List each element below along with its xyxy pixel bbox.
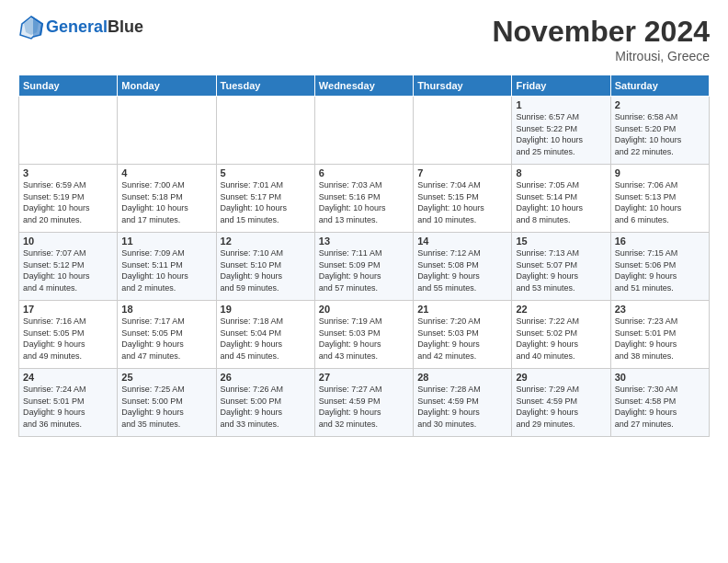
calendar-cell: 28Sunrise: 7:28 AM Sunset: 4:59 PM Dayli… xyxy=(414,369,512,437)
day-info: Sunrise: 7:19 AM Sunset: 5:03 PM Dayligh… xyxy=(319,316,409,362)
calendar-table: Sunday Monday Tuesday Wednesday Thursday… xyxy=(18,75,710,437)
calendar-header: Sunday Monday Tuesday Wednesday Thursday… xyxy=(19,75,710,97)
logo: GeneralBlue xyxy=(18,15,143,40)
col-wednesday: Wednesday xyxy=(314,75,413,97)
day-info: Sunrise: 7:00 AM Sunset: 5:18 PM Dayligh… xyxy=(121,179,211,225)
day-info: Sunrise: 7:24 AM Sunset: 5:01 PM Dayligh… xyxy=(23,384,113,430)
calendar-cell: 16Sunrise: 7:15 AM Sunset: 5:06 PM Dayli… xyxy=(610,233,709,301)
calendar-cell: 19Sunrise: 7:18 AM Sunset: 5:04 PM Dayli… xyxy=(216,301,314,369)
day-info: Sunrise: 7:09 AM Sunset: 5:11 PM Dayligh… xyxy=(121,247,211,293)
day-info: Sunrise: 7:04 AM Sunset: 5:15 PM Dayligh… xyxy=(417,179,507,225)
day-number: 1 xyxy=(516,99,606,110)
day-number: 7 xyxy=(417,167,507,178)
calendar-cell: 21Sunrise: 7:20 AM Sunset: 5:03 PM Dayli… xyxy=(414,301,512,369)
day-number: 23 xyxy=(615,304,705,315)
day-number: 26 xyxy=(221,372,311,383)
day-info: Sunrise: 7:22 AM Sunset: 5:02 PM Dayligh… xyxy=(516,316,606,362)
calendar-cell: 9Sunrise: 7:06 AM Sunset: 5:13 PM Daylig… xyxy=(610,165,709,233)
calendar-cell: 25Sunrise: 7:25 AM Sunset: 5:00 PM Dayli… xyxy=(118,369,216,437)
day-info: Sunrise: 7:13 AM Sunset: 5:07 PM Dayligh… xyxy=(516,247,606,293)
logo-icon xyxy=(18,15,44,40)
calendar-week-3: 10Sunrise: 7:07 AM Sunset: 5:12 PM Dayli… xyxy=(19,233,710,301)
calendar-cell: 7Sunrise: 7:04 AM Sunset: 5:15 PM Daylig… xyxy=(414,165,512,233)
day-number: 21 xyxy=(417,304,507,315)
calendar-cell: 27Sunrise: 7:27 AM Sunset: 4:59 PM Dayli… xyxy=(314,369,413,437)
col-saturday: Saturday xyxy=(610,75,709,97)
day-number: 15 xyxy=(516,236,606,247)
calendar-cell: 13Sunrise: 7:11 AM Sunset: 5:09 PM Dayli… xyxy=(314,233,413,301)
day-number: 3 xyxy=(23,167,113,178)
day-number: 4 xyxy=(121,167,211,178)
calendar-cell: 26Sunrise: 7:26 AM Sunset: 5:00 PM Dayli… xyxy=(216,369,314,437)
calendar-cell: 18Sunrise: 7:17 AM Sunset: 5:05 PM Dayli… xyxy=(118,301,216,369)
day-info: Sunrise: 7:25 AM Sunset: 5:00 PM Dayligh… xyxy=(121,384,211,430)
calendar-cell xyxy=(19,97,118,165)
calendar-cell: 29Sunrise: 7:29 AM Sunset: 4:59 PM Dayli… xyxy=(512,369,610,437)
day-number: 20 xyxy=(319,304,409,315)
day-number: 29 xyxy=(516,372,606,383)
header-row: Sunday Monday Tuesday Wednesday Thursday… xyxy=(19,75,710,97)
calendar-cell: 15Sunrise: 7:13 AM Sunset: 5:07 PM Dayli… xyxy=(512,233,610,301)
day-info: Sunrise: 7:26 AM Sunset: 5:00 PM Dayligh… xyxy=(221,384,311,430)
calendar-week-5: 24Sunrise: 7:24 AM Sunset: 5:01 PM Dayli… xyxy=(19,369,710,437)
day-number: 8 xyxy=(516,167,606,178)
header: GeneralBlue November 2024 Mitrousi, Gree… xyxy=(18,15,710,63)
day-number: 22 xyxy=(516,304,606,315)
calendar-cell: 6Sunrise: 7:03 AM Sunset: 5:16 PM Daylig… xyxy=(314,165,413,233)
day-info: Sunrise: 7:23 AM Sunset: 5:01 PM Dayligh… xyxy=(615,316,705,362)
title-block: November 2024 Mitrousi, Greece xyxy=(492,15,710,63)
logo-text: GeneralBlue xyxy=(46,18,143,37)
calendar-cell: 10Sunrise: 7:07 AM Sunset: 5:12 PM Dayli… xyxy=(19,233,118,301)
calendar-cell: 8Sunrise: 7:05 AM Sunset: 5:14 PM Daylig… xyxy=(512,165,610,233)
day-number: 10 xyxy=(23,236,113,247)
col-monday: Monday xyxy=(118,75,216,97)
logo-line1: General xyxy=(46,17,108,36)
day-number: 6 xyxy=(319,167,409,178)
day-number: 5 xyxy=(221,167,311,178)
day-info: Sunrise: 7:06 AM Sunset: 5:13 PM Dayligh… xyxy=(615,179,705,225)
calendar-cell: 1Sunrise: 6:57 AM Sunset: 5:22 PM Daylig… xyxy=(512,97,610,165)
day-number: 24 xyxy=(23,372,113,383)
day-info: Sunrise: 7:01 AM Sunset: 5:17 PM Dayligh… xyxy=(221,179,311,225)
calendar-cell: 30Sunrise: 7:30 AM Sunset: 4:58 PM Dayli… xyxy=(610,369,709,437)
day-number: 12 xyxy=(221,236,311,247)
calendar-cell xyxy=(314,97,413,165)
day-info: Sunrise: 7:11 AM Sunset: 5:09 PM Dayligh… xyxy=(319,247,409,293)
month-title: November 2024 xyxy=(492,15,710,49)
day-info: Sunrise: 7:10 AM Sunset: 5:10 PM Dayligh… xyxy=(221,247,311,293)
location: Mitrousi, Greece xyxy=(492,49,710,63)
calendar-week-1: 1Sunrise: 6:57 AM Sunset: 5:22 PM Daylig… xyxy=(19,97,710,165)
day-info: Sunrise: 7:28 AM Sunset: 4:59 PM Dayligh… xyxy=(417,384,507,430)
day-info: Sunrise: 7:12 AM Sunset: 5:08 PM Dayligh… xyxy=(417,247,507,293)
day-info: Sunrise: 7:15 AM Sunset: 5:06 PM Dayligh… xyxy=(615,247,705,293)
calendar-cell xyxy=(216,97,314,165)
logo-line2: Blue xyxy=(108,17,143,36)
calendar-cell: 20Sunrise: 7:19 AM Sunset: 5:03 PM Dayli… xyxy=(314,301,413,369)
day-number: 25 xyxy=(121,372,211,383)
calendar-cell: 17Sunrise: 7:16 AM Sunset: 5:05 PM Dayli… xyxy=(19,301,118,369)
day-number: 2 xyxy=(615,99,705,110)
calendar-cell: 4Sunrise: 7:00 AM Sunset: 5:18 PM Daylig… xyxy=(118,165,216,233)
day-number: 13 xyxy=(319,236,409,247)
day-number: 28 xyxy=(417,372,507,383)
calendar-cell xyxy=(118,97,216,165)
day-number: 18 xyxy=(121,304,211,315)
col-tuesday: Tuesday xyxy=(216,75,314,97)
calendar-cell: 22Sunrise: 7:22 AM Sunset: 5:02 PM Dayli… xyxy=(512,301,610,369)
day-info: Sunrise: 7:18 AM Sunset: 5:04 PM Dayligh… xyxy=(221,316,311,362)
day-info: Sunrise: 7:05 AM Sunset: 5:14 PM Dayligh… xyxy=(516,179,606,225)
day-number: 16 xyxy=(615,236,705,247)
calendar-cell: 14Sunrise: 7:12 AM Sunset: 5:08 PM Dayli… xyxy=(414,233,512,301)
day-info: Sunrise: 7:29 AM Sunset: 4:59 PM Dayligh… xyxy=(516,384,606,430)
calendar-cell: 24Sunrise: 7:24 AM Sunset: 5:01 PM Dayli… xyxy=(19,369,118,437)
day-info: Sunrise: 7:03 AM Sunset: 5:16 PM Dayligh… xyxy=(319,179,409,225)
day-number: 14 xyxy=(417,236,507,247)
day-number: 17 xyxy=(23,304,113,315)
day-number: 11 xyxy=(121,236,211,247)
day-info: Sunrise: 6:57 AM Sunset: 5:22 PM Dayligh… xyxy=(516,111,606,157)
calendar-cell: 11Sunrise: 7:09 AM Sunset: 5:11 PM Dayli… xyxy=(118,233,216,301)
day-number: 27 xyxy=(319,372,409,383)
col-thursday: Thursday xyxy=(414,75,512,97)
day-info: Sunrise: 7:07 AM Sunset: 5:12 PM Dayligh… xyxy=(23,247,113,293)
day-info: Sunrise: 7:17 AM Sunset: 5:05 PM Dayligh… xyxy=(121,316,211,362)
